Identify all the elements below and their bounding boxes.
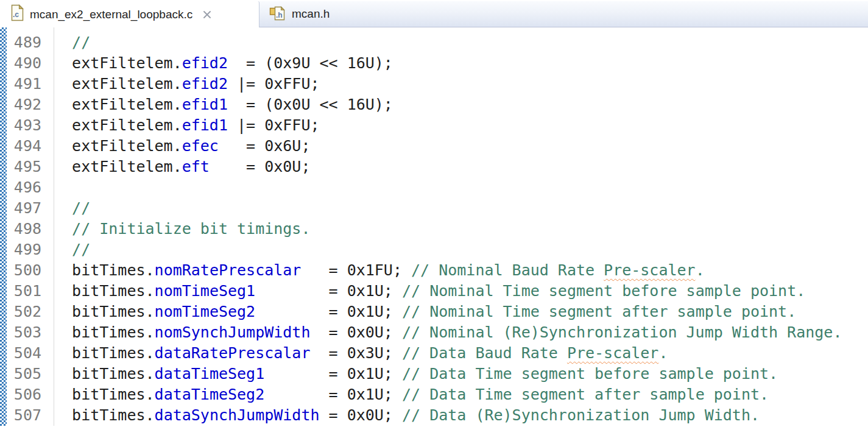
line-number: 496 xyxy=(7,177,48,198)
comment-token: // Nominal (Re)Synchronization Jump Widt… xyxy=(402,323,842,341)
code-line[interactable]: 507 bitTimes.dataSynchJumpWidth = 0x0U; … xyxy=(7,405,868,426)
code-editor[interactable]: 489 //490 extFiltelem.efid2 = (0x9U << 1… xyxy=(0,27,868,426)
code-text: bitTimes.nomTimeSeg1 = 0x1U; // Nominal … xyxy=(48,281,805,302)
member-token: efid1 xyxy=(182,96,228,113)
code-line[interactable]: 498 // Initialize bit timings. xyxy=(7,219,868,239)
code-token: = 0x0U; xyxy=(320,406,402,424)
code-text: bitTimes.dataRatePrescalar = 0x3U; // Da… xyxy=(48,343,668,364)
code-token: extFiltelem. xyxy=(54,137,182,155)
comment-token: // Nominal Time segment before sample po… xyxy=(402,282,805,300)
code-line[interactable]: 489 // xyxy=(7,32,868,53)
member-token: eft xyxy=(182,158,210,175)
tab-bar-empty-area xyxy=(339,1,868,27)
line-number: 494 xyxy=(7,136,48,157)
c-file-icon: .c xyxy=(10,4,24,24)
member-token: dataTimeSeg2 xyxy=(155,386,265,403)
code-lines: 489 //490 extFiltelem.efid2 = (0x9U << 1… xyxy=(7,32,868,426)
close-icon[interactable] xyxy=(201,9,213,21)
code-token: extFiltelem. xyxy=(54,54,182,72)
comment-token: // Data Baud Rate xyxy=(402,344,567,362)
tab-label: mcan.h xyxy=(292,7,330,21)
comment-token: // Data Time segment after sample point. xyxy=(402,386,769,403)
code-text: extFiltelem.efid2 |= 0xFFU; xyxy=(48,74,320,94)
code-token: = 0x1U; xyxy=(264,365,402,383)
comment-token: // Nominal Baud Rate xyxy=(411,261,604,279)
code-line[interactable]: 500 bitTimes.nomRatePrescalar = 0x1FU; /… xyxy=(7,260,868,281)
line-number: 502 xyxy=(7,302,48,322)
code-line[interactable]: 492 extFiltelem.efid1 = (0x0U << 16U); xyxy=(7,94,868,115)
line-number: 507 xyxy=(7,405,48,426)
member-token: efid1 xyxy=(182,116,228,134)
member-token: dataTimeSeg1 xyxy=(155,365,265,383)
code-text: extFiltelem.efec = 0x6U; xyxy=(48,136,310,157)
code-token: extFiltelem. xyxy=(54,158,182,175)
tab-mcan-ex2-external-loopback-c[interactable]: .c mcan_ex2_external_loopback.c xyxy=(0,1,259,27)
code-text: bitTimes.dataTimeSeg2 = 0x1U; // Data Ti… xyxy=(48,384,769,405)
code-line[interactable]: 496 xyxy=(7,177,868,198)
code-text: extFiltelem.efid1 = (0x0U << 16U); xyxy=(48,94,393,115)
member-token: nomTimeSeg1 xyxy=(155,282,256,300)
tab-label: mcan_ex2_external_loopback.c xyxy=(30,8,192,21)
line-number: 503 xyxy=(7,322,48,343)
code-text: bitTimes.nomTimeSeg2 = 0x1U; // Nominal … xyxy=(48,302,796,322)
code-token: = 0x1U; xyxy=(255,303,402,320)
member-token: efec xyxy=(182,137,219,155)
code-line[interactable]: 490 extFiltelem.efid2 = (0x9U << 16U); xyxy=(7,53,868,74)
line-number: 493 xyxy=(7,115,48,136)
svg-text:.c: .c xyxy=(13,10,19,19)
code-line[interactable]: 494 extFiltelem.efec = 0x6U; xyxy=(7,136,868,157)
code-line[interactable]: 491 extFiltelem.efid2 |= 0xFFU; xyxy=(7,74,868,94)
quick-diff-change-strip xyxy=(0,27,7,426)
code-text: // Initialize bit timings. xyxy=(48,219,310,239)
code-line[interactable]: 495 extFiltelem.eft = 0x0U; xyxy=(7,157,868,177)
code-token: = 0x1U; xyxy=(255,282,402,300)
comment-token: . xyxy=(658,344,668,362)
member-token: nomSynchJumpWidth xyxy=(155,323,311,341)
code-text: // xyxy=(48,198,90,219)
member-token: nomRatePrescalar xyxy=(155,261,302,279)
code-token: bitTimes. xyxy=(54,365,155,383)
code-text: extFiltelem.efid1 |= 0xFFU; xyxy=(48,115,320,136)
code-line[interactable]: 497 // xyxy=(7,198,868,219)
comment-token: // xyxy=(54,241,90,258)
member-token: dataSynchJumpWidth xyxy=(155,406,320,424)
member-token: efid2 xyxy=(182,54,228,72)
code-token: extFiltelem. xyxy=(54,116,182,134)
code-token: extFiltelem. xyxy=(54,96,182,113)
code-token: = (0x9U << 16U); xyxy=(228,54,393,72)
line-number: 492 xyxy=(7,94,48,115)
code-line[interactable]: 503 bitTimes.nomSynchJumpWidth = 0x0U; /… xyxy=(7,322,868,343)
code-line[interactable]: 499 // xyxy=(7,239,868,260)
code-line[interactable]: 506 bitTimes.dataTimeSeg2 = 0x1U; // Dat… xyxy=(7,384,868,405)
member-token: dataRatePrescalar xyxy=(155,344,311,362)
comment-token: // xyxy=(54,34,90,51)
comment-token: // Data Time segment before sample point… xyxy=(402,365,778,383)
svg-text:.h: .h xyxy=(276,11,283,19)
code-token: bitTimes. xyxy=(54,303,155,320)
line-number: 499 xyxy=(7,239,48,260)
comment-token: // Data (Re)Synchronization Jump Width. xyxy=(402,406,760,424)
comment-token: // Initialize bit timings. xyxy=(54,220,310,238)
comment-token: Pre-scaler xyxy=(567,344,659,362)
code-text: extFiltelem.eft = 0x0U; xyxy=(48,157,310,177)
code-token: bitTimes. xyxy=(54,386,155,403)
code-token: = 0x3U; xyxy=(310,344,402,362)
editor-tab-bar: .c mcan_ex2_external_loopback.c .h mcan.… xyxy=(0,0,868,27)
line-number: 501 xyxy=(7,281,48,302)
code-text: // xyxy=(48,239,90,260)
line-number: 500 xyxy=(7,260,48,281)
member-token: efid2 xyxy=(182,75,228,93)
code-line[interactable]: 501 bitTimes.nomTimeSeg1 = 0x1U; // Nomi… xyxy=(7,281,868,302)
code-line[interactable]: 502 bitTimes.nomTimeSeg2 = 0x1U; // Nomi… xyxy=(7,302,868,322)
code-text: extFiltelem.efid2 = (0x9U << 16U); xyxy=(48,53,393,74)
code-text: bitTimes.nomSynchJumpWidth = 0x0U; // No… xyxy=(48,322,842,343)
code-token: = 0x0U; xyxy=(310,323,402,341)
code-line[interactable]: 504 bitTimes.dataRatePrescalar = 0x3U; /… xyxy=(7,343,868,364)
line-number: 504 xyxy=(7,343,48,364)
tab-mcan-h[interactable]: .h mcan.h xyxy=(259,1,339,27)
code-line[interactable]: 493 extFiltelem.efid1 |= 0xFFU; xyxy=(7,115,868,136)
code-line[interactable]: 505 bitTimes.dataTimeSeg1 = 0x1U; // Dat… xyxy=(7,364,868,384)
code-token: bitTimes. xyxy=(54,261,155,279)
line-number: 490 xyxy=(7,53,48,74)
code-text: bitTimes.nomRatePrescalar = 0x1FU; // No… xyxy=(48,260,705,281)
